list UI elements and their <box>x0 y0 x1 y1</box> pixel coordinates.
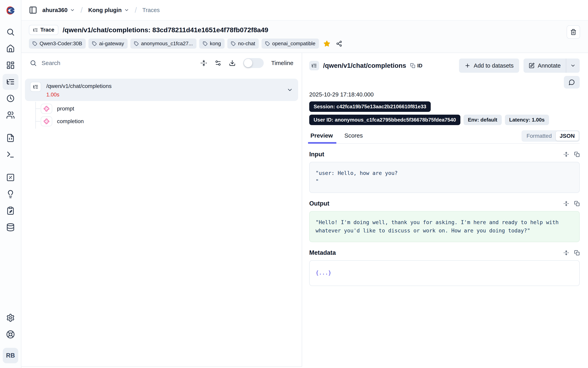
tag-pill[interactable]: Qwen3-Coder:30B <box>29 38 86 49</box>
format-option-json[interactable]: JSON <box>556 131 579 141</box>
input-content[interactable]: "user: Hello, how are you? " <box>309 162 580 193</box>
sidebar-item-support[interactable] <box>3 326 19 342</box>
plus-icon <box>465 63 471 69</box>
tree-node-child[interactable]: completion <box>41 116 298 126</box>
breadcrumb-current[interactable]: Traces <box>142 7 160 13</box>
input-section: Input "user: Hello, how are you? " <box>309 151 580 193</box>
search-icon <box>6 28 15 36</box>
fan-event-icon <box>44 106 49 112</box>
view-settings-icon[interactable] <box>215 60 221 66</box>
sidebar-item-evals[interactable] <box>3 186 19 202</box>
tag-pill[interactable]: openai_compatible <box>262 38 319 49</box>
output-content[interactable]: "Hello! I'm doing well, thank you for as… <box>309 211 580 242</box>
copy-icon[interactable] <box>574 250 580 256</box>
tag-pill[interactable]: no-chat <box>227 38 259 49</box>
copy-icon[interactable] <box>574 152 580 157</box>
sidebar-toggle-button[interactable] <box>29 6 37 14</box>
sidebar-item-sessions[interactable] <box>3 91 19 106</box>
collapse-icon[interactable] <box>563 201 569 206</box>
sidebar-item-search[interactable] <box>3 24 19 40</box>
star-icon <box>323 40 330 47</box>
collapse-icon[interactable] <box>563 250 569 256</box>
breadcrumb-section[interactable]: Kong plugin <box>88 7 129 13</box>
metadata-section-actions <box>563 250 580 256</box>
search-input[interactable] <box>42 60 194 66</box>
output-section: Output "Hello! I'm doing well, thank you… <box>309 200 580 242</box>
output-heading: Output <box>309 200 329 207</box>
panel-left-icon <box>29 6 37 14</box>
file-code-icon <box>6 134 15 142</box>
latency-badge: Latency: 1.00s <box>505 115 549 125</box>
share-button[interactable] <box>336 40 342 47</box>
sidebar-item-datasets[interactable] <box>3 219 19 235</box>
trace-detail-panel: /qwen/v1/chat/completions ID Add to data… <box>302 53 588 368</box>
trace-title-row: Trace /qwen/v1/chat/completions: 83cd782… <box>29 25 580 35</box>
copy-icon[interactable] <box>574 201 580 206</box>
add-to-datasets-button[interactable]: Add to datasets <box>459 58 519 73</box>
tree-node-root[interactable]: /qwen/v1/chat/completions 1.00s <box>25 79 298 101</box>
breadcrumb-separator: / <box>81 6 83 14</box>
session-badge[interactable]: Session: c42fca19b75e13aac2b2106610f81e3… <box>309 101 431 112</box>
breadcrumb: ahura360 / Kong plugin / Traces <box>42 6 160 14</box>
tag-pill[interactable]: anonymous_c1fca27... <box>130 38 197 49</box>
tag-icon <box>32 41 37 46</box>
comments-button[interactable] <box>564 76 580 89</box>
badge-row: Session: c42fca19b75e13aac2b2106610f81e3… <box>309 101 580 112</box>
tag-label: Qwen3-Coder:30B <box>39 40 82 47</box>
sidebar-item-traces[interactable] <box>3 74 19 90</box>
sidebar-item-dashboards[interactable] <box>3 57 19 73</box>
sidebar-item-users[interactable] <box>3 107 19 123</box>
metadata-content[interactable]: {...} <box>309 260 580 286</box>
list-tree-icon <box>33 84 38 90</box>
breadcrumb-project[interactable]: ahura360 <box>42 7 75 13</box>
delete-trace-button[interactable] <box>567 25 580 39</box>
breadcrumb-project-label: ahura360 <box>42 7 67 13</box>
copy-id-button[interactable]: ID <box>410 63 422 69</box>
input-section-actions <box>563 152 580 157</box>
sidebar-item-settings[interactable] <box>3 310 19 326</box>
list-tree-icon <box>311 63 317 68</box>
download-icon[interactable] <box>229 60 236 66</box>
format-option-formatted[interactable]: Formatted <box>522 131 556 141</box>
timeline-toggle[interactable] <box>243 58 264 68</box>
collapse-node-button[interactable] <box>287 87 293 93</box>
lightbulb-icon <box>6 190 15 198</box>
tag-label: ai-gateway <box>99 40 124 47</box>
tag-label: anonymous_c1fca27... <box>141 40 193 47</box>
sidebar-item-scores[interactable] <box>3 170 19 185</box>
tag-icon <box>265 41 270 46</box>
tab-preview[interactable]: Preview <box>309 130 334 143</box>
tag-pill[interactable]: kong <box>199 38 225 49</box>
tag-pill[interactable]: ai-gateway <box>88 38 128 49</box>
sidebar-item-prompts[interactable] <box>3 130 19 146</box>
breadcrumb-section-label: Kong plugin <box>88 7 122 13</box>
user-id-badge[interactable]: User ID: anonymous_c1fca2795bbedc5f36678… <box>309 115 460 125</box>
annotate-dropdown-button[interactable] <box>566 58 580 73</box>
collapse-all-icon[interactable] <box>200 60 207 66</box>
chevron-down-icon <box>124 8 129 13</box>
org-logo-icon[interactable] <box>4 4 17 17</box>
user-avatar[interactable]: RB <box>3 348 18 363</box>
app-root: RB ahura360 / Kong plugin / Traces <box>0 0 588 368</box>
annotate-label: Annotate <box>538 63 561 69</box>
sidebar-item-annotation[interactable] <box>3 203 19 219</box>
annotate-button[interactable]: Annotate <box>523 58 566 73</box>
collapse-icon[interactable] <box>563 152 569 157</box>
input-section-header: Input <box>309 151 580 158</box>
bookmark-star-button[interactable] <box>323 40 330 47</box>
output-section-header: Output <box>309 200 580 207</box>
search-box <box>30 59 194 67</box>
sidebar-item-playground[interactable] <box>3 147 19 162</box>
tree-root-label: /qwen/v1/chat/completions <box>46 82 112 89</box>
tree-node-child[interactable]: prompt <box>41 104 298 114</box>
list-tree-icon <box>6 77 15 86</box>
share-icon <box>336 40 342 47</box>
clock-icon <box>6 94 15 103</box>
metadata-section-header: Metadata <box>309 249 580 256</box>
trace-node-badge <box>30 82 41 92</box>
percent-square-icon <box>6 173 15 182</box>
sidebar-item-home[interactable] <box>3 41 19 56</box>
toggle-knob <box>244 59 252 67</box>
input-heading: Input <box>309 151 324 158</box>
tab-scores[interactable]: Scores <box>343 130 364 143</box>
